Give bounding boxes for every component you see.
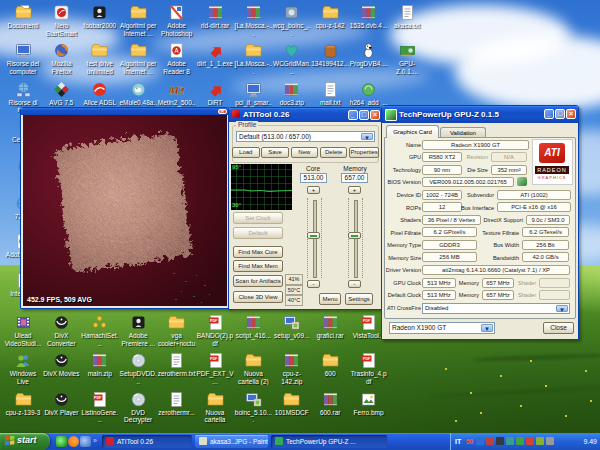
scan-for-artifacts-button[interactable]: Scan for Artifacts xyxy=(233,275,283,287)
desktop-icon-zerotherm-txt[interactable]: zerotherm.txt xyxy=(158,352,196,378)
desktop-icon-divx-player[interactable]: DivX Player xyxy=(42,391,80,417)
ati-crossfire-combobox[interactable]: Disabled▼ xyxy=(422,303,570,314)
save-button[interactable]: Save xyxy=(261,147,289,158)
desktop-icon-cpu-z-139-3[interactable]: cpu-z-139-3 xyxy=(4,391,42,417)
desktop-icon-wcg-boinc-[interactable]: wcg_boinc_... xyxy=(273,4,311,37)
desktop-icon-bando-2-pdf[interactable]: PDFBANDO(2).pdf xyxy=(196,314,234,347)
core-clock-field[interactable]: 513.00 xyxy=(300,173,327,183)
desktop-icon-doc3-zip[interactable]: doc3.zip xyxy=(273,81,311,107)
desktop-icon-adobe-reader-8[interactable]: Adobe Reader 8 xyxy=(158,42,196,75)
tray-icon[interactable] xyxy=(536,437,544,445)
maximize-icon[interactable]: □ xyxy=(359,110,369,120)
properties-button[interactable]: Properties xyxy=(349,147,379,158)
gpu-select-combobox[interactable]: Radeon X1900 GT ▼ xyxy=(389,322,495,334)
tray-icon[interactable] xyxy=(516,437,524,445)
desktop-icon-dvd-decrypter[interactable]: DVD Decrypter xyxy=(119,391,157,424)
desktop-icon-gpu-z-0-1-[interactable]: GPU-Z.0.1.... xyxy=(388,42,426,75)
desktop-icon--la-mosca-[interactable]: [La.Mosca.-... xyxy=(234,42,272,75)
close-3d-view-button[interactable]: Close 3D View xyxy=(233,291,283,303)
load-button[interactable]: Load xyxy=(232,147,260,158)
core-minus-button[interactable]: - xyxy=(307,280,320,288)
find-max-mem-button[interactable]: Find Max Mem xyxy=(233,260,283,272)
close-icon[interactable]: × xyxy=(218,109,227,114)
minimize-icon[interactable]: _ xyxy=(544,109,554,119)
memory-plus-button[interactable]: + xyxy=(348,186,361,194)
desktop-icon-nero-startsmart[interactable]: Nero StartSmart xyxy=(42,4,80,37)
tray-icon[interactable] xyxy=(496,437,504,445)
tab-graphics-card[interactable]: Graphics Card xyxy=(386,125,439,138)
memory-slider-track[interactable] xyxy=(354,200,358,278)
minimize-icon[interactable]: _ xyxy=(348,110,358,120)
new-button[interactable]: New xyxy=(291,147,319,158)
desktop-icon-mozilla-firefox[interactable]: Mozilla Firefox xyxy=(42,42,80,75)
desktop-icon-101msdcf[interactable]: 101MSDCF xyxy=(273,391,311,417)
desktop-icon-dirt[interactable]: DiRT xyxy=(196,81,234,107)
close-icon[interactable]: × xyxy=(370,110,380,120)
find-max-core-button[interactable]: Find Max Core xyxy=(233,246,283,258)
desktop-icon-boinc-5-10-[interactable]: boinc_5.10.... xyxy=(234,391,272,424)
desktop-icon-wcgridman-[interactable]: WCGridMan... xyxy=(273,42,311,75)
desktop-icon-134199412-[interactable]: 134199412... xyxy=(311,42,349,68)
chevron-down-icon[interactable]: ▼ xyxy=(481,324,493,332)
desktop-icon-akasa-txt[interactable]: akasa.txt xyxy=(388,4,426,30)
gpuz-titlebar[interactable]: TechPowerUp GPU-Z 0.1.5 _ □ × xyxy=(382,106,578,123)
desktop-icon-adobe-premiere-[interactable]: Adobe Premiere ... xyxy=(119,314,157,347)
desktop-icon-nuova-cartella-2-[interactable]: Nuova cartella (2) xyxy=(234,352,272,385)
desktop-icon-risorse-del-computer[interactable]: Risorse del computer xyxy=(4,42,42,75)
start-button[interactable]: start xyxy=(0,433,50,450)
settings-button[interactable]: Settings xyxy=(345,293,373,305)
desktop-icon-progdvb4-[interactable]: ProgDVB4.... xyxy=(350,42,388,68)
desktop-icon-foobar2000[interactable]: foobar2000 xyxy=(81,4,119,30)
desktop-icon-documenti[interactable]: Documenti xyxy=(4,4,42,30)
quicklaunch-overflow-chevron[interactable]: » xyxy=(93,437,97,444)
core-slider-track[interactable] xyxy=(313,200,317,278)
tray-icon[interactable] xyxy=(526,437,534,445)
atitool-titlebar[interactable]: ATITool 0.26 _ □ × xyxy=(229,108,382,122)
desktop-icon-ferro-bmp[interactable]: Ferro.bmp xyxy=(350,391,388,417)
desktop-icon-algoritmi-per-internet-[interactable]: Algoritmi per Internet ... xyxy=(119,42,157,75)
desktop-icon-divx-converter[interactable]: DivX Converter xyxy=(42,314,80,347)
tray-icon[interactable] xyxy=(546,437,554,445)
memory-slider-handle[interactable] xyxy=(348,232,361,239)
memory-minus-button[interactable]: - xyxy=(348,280,361,288)
desktop-icon-rld-dirt-rar[interactable]: rld-dirt.rar xyxy=(196,4,234,30)
desktop-icon-cpu-z-142-zip[interactable]: cpu-z-142.zip xyxy=(273,352,311,385)
chevron-down-icon[interactable]: ▼ xyxy=(361,133,373,140)
desktop-icon-algoritmi-per-internet-[interactable]: Algoritmi per Internet ... xyxy=(119,4,157,37)
desktop-icon-trasinfo-4-pdf[interactable]: PDFTrasinfo_4.pdf xyxy=(350,352,388,385)
tray-icon[interactable] xyxy=(506,437,514,445)
chevron-down-icon[interactable]: ▼ xyxy=(556,305,568,312)
desktop-icon-h264-add-[interactable]: h264_add_... xyxy=(350,81,388,107)
close-button[interactable]: Close xyxy=(543,322,574,334)
desktop-icon-divx-movies[interactable]: DivX Movies xyxy=(42,352,80,378)
temperature-tray-text[interactable]: 50 xyxy=(466,438,473,445)
desktop-icon-dirt-1-1-exe[interactable]: dirt_1_1.exe xyxy=(196,42,234,68)
desktop-icon-grafici-rar[interactable]: grafici.rar xyxy=(311,314,349,340)
desktop-icon-600-rar[interactable]: 600.rar xyxy=(311,391,349,417)
desktop-icon-windows-live-messenger[interactable]: Windows Live Messenger xyxy=(4,352,42,386)
taskbar-task-techpowerup-gpu-z-[interactable]: TechPowerUp GPU-Z ... xyxy=(271,435,387,448)
desktop-icon-listinogene-[interactable]: PDFListinoGene... xyxy=(81,391,119,424)
desktop-icon-setupdvdd-[interactable]: SetupDVDD... xyxy=(119,352,157,385)
taskbar-task-akasa3-jpg-paint[interactable]: akasa3..JPG - Paint xyxy=(195,435,268,448)
desktop-icon-cpu-z-142[interactable]: cpu-z-142 xyxy=(311,4,349,30)
desktop-icon-ulead-videostudi-[interactable]: Ulead VideoStudi... xyxy=(4,314,42,347)
desktop-icon-alice-adsl[interactable]: Alice ADSL xyxy=(81,81,119,107)
desktop-icon-test-drive-unlimited-crack[interactable]: test drive unlimited crack xyxy=(81,42,119,76)
set-clock-button[interactable]: Set Clock xyxy=(233,212,283,224)
desktop-icon--la-mosca-[interactable]: [La.Mosca.-... xyxy=(234,4,272,37)
desktop-icon-main-zip[interactable]: main.zip xyxy=(81,352,119,378)
bios-chip-icon[interactable] xyxy=(517,177,527,186)
3d-view-titlebar[interactable]: × xyxy=(21,108,229,115)
desktop-icon-script-416-[interactable]: script_416... xyxy=(234,314,272,340)
desktop-icon-adobe-photoshop-[interactable]: Adobe Photoshop ... xyxy=(158,4,196,38)
desktop-icon-nuova-cartella[interactable]: Nuova cartella xyxy=(196,391,234,424)
tray-icon[interactable] xyxy=(476,437,484,445)
desktop-icon-avg-7-5[interactable]: AVG 7.5 xyxy=(42,81,80,107)
memory-clock-field[interactable]: 657.00 xyxy=(341,173,368,183)
profile-combobox[interactable]: Default (513.00 / 657.00) ▼ xyxy=(236,131,375,142)
internet-explorer-quicklaunch-icon[interactable] xyxy=(80,436,91,447)
language-indicator[interactable]: IT xyxy=(455,438,461,445)
tray-icon[interactable] xyxy=(486,437,494,445)
firefox-quicklaunch-icon[interactable] xyxy=(68,436,79,447)
